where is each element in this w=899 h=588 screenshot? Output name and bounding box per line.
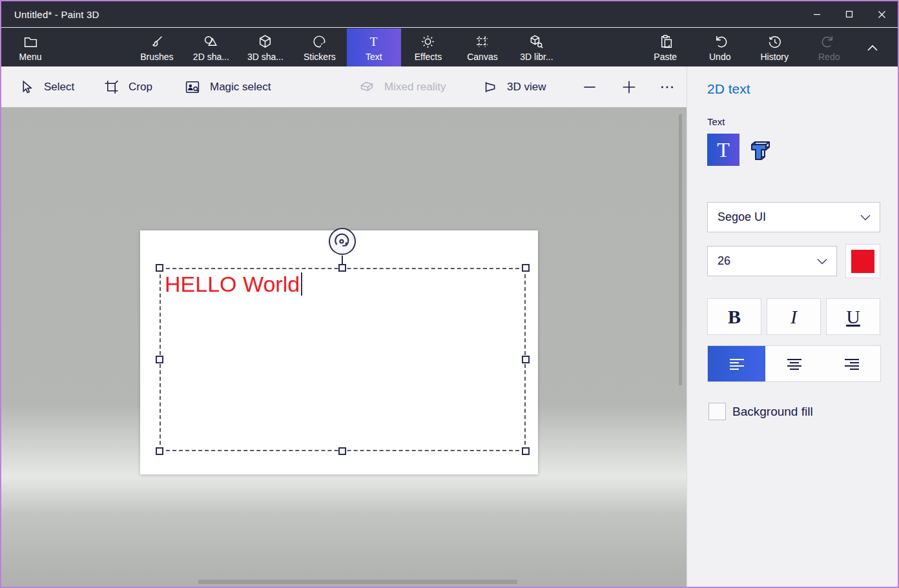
- resize-handle-top-right[interactable]: [522, 264, 530, 272]
- text-section-label: Text: [707, 116, 725, 127]
- maximize-button[interactable]: [833, 1, 865, 27]
- text-selection-box[interactable]: HELLO World: [160, 268, 526, 451]
- chevron-up-icon: [866, 43, 879, 52]
- tab-2d-shapes[interactable]: 2D sha...: [184, 28, 238, 66]
- 3d-text-type-button[interactable]: [747, 137, 774, 163]
- magic-select-icon: [184, 79, 201, 95]
- tab-label: 3D libr...: [520, 52, 553, 62]
- text-caret: [301, 272, 302, 296]
- tab-label: Stickers: [304, 52, 336, 62]
- bold-label: B: [728, 306, 741, 328]
- tab-3d-shapes[interactable]: 3D sha...: [238, 28, 293, 66]
- tool-label: Crop: [129, 81, 152, 94]
- resize-handle-bottom-right[interactable]: [522, 447, 530, 455]
- underline-label: U: [846, 306, 860, 328]
- window-controls: [801, 1, 898, 27]
- action-label: History: [760, 52, 789, 62]
- redo-icon: [821, 34, 837, 50]
- canvas-viewport[interactable]: HELLO World: [1, 108, 687, 587]
- tab-label: Brushes: [140, 52, 173, 62]
- crop-tool[interactable]: Crop: [103, 79, 152, 95]
- zoom-out-button[interactable]: [581, 79, 598, 96]
- paste-button[interactable]: Paste: [638, 28, 693, 66]
- tab-label: Text: [366, 52, 382, 62]
- background-fill-checkbox[interactable]: [708, 403, 726, 420]
- font-size-select[interactable]: 26: [707, 246, 837, 276]
- text-options-panel: 2D text Text T Segoe UI 26 B I U: [687, 66, 898, 587]
- chevron-down-icon: [816, 257, 829, 266]
- tab-effects[interactable]: Effects: [401, 28, 455, 66]
- minimize-icon: [813, 10, 821, 18]
- panel-title: 2D text: [707, 81, 750, 97]
- resize-handle-bottom-center[interactable]: [338, 447, 346, 455]
- font-size-value: 26: [718, 254, 730, 268]
- tab-label: Effects: [415, 52, 442, 62]
- action-label: Paste: [654, 52, 677, 62]
- tool-label: 3D view: [507, 81, 546, 94]
- collapse-ribbon-button[interactable]: [856, 28, 889, 66]
- maximize-icon: [845, 10, 853, 18]
- tab-stickers[interactable]: Stickers: [293, 28, 347, 66]
- history-button[interactable]: History: [747, 28, 802, 66]
- tab-3d-library[interactable]: 3D libr...: [510, 28, 564, 66]
- resize-handle-top-center[interactable]: [338, 264, 346, 272]
- rotation-handle[interactable]: [328, 227, 356, 256]
- edit-toolbar: Select Crop Magic select Mixed reality: [1, 66, 687, 108]
- italic-button[interactable]: I: [767, 298, 821, 335]
- redo-button[interactable]: Redo: [801, 28, 856, 66]
- bold-button[interactable]: B: [707, 298, 761, 335]
- 3d-shapes-icon: [257, 34, 273, 50]
- font-family-select[interactable]: Segoe UI: [707, 202, 880, 232]
- menu-label: Menu: [19, 52, 41, 62]
- horizontal-scrollbar[interactable]: [198, 580, 517, 584]
- tab-label: Canvas: [467, 52, 497, 62]
- vertical-scrollbar[interactable]: [679, 114, 682, 385]
- tab-text[interactable]: T Text: [347, 28, 401, 66]
- undo-button[interactable]: Undo: [692, 28, 747, 66]
- alignment-group: [707, 345, 881, 382]
- paste-icon: [657, 34, 674, 50]
- resize-handle-bottom-left[interactable]: [156, 447, 163, 455]
- ribbon: Menu Brushes 2D sha... 3D sha...: [1, 28, 898, 66]
- background-fill-label: Background fill: [732, 405, 813, 419]
- 3d-library-icon: [528, 34, 544, 50]
- crop-icon: [103, 79, 119, 95]
- ellipsis-icon: [659, 79, 676, 96]
- more-options-button[interactable]: [659, 79, 676, 96]
- tab-brushes[interactable]: Brushes: [130, 28, 184, 66]
- minimize-button[interactable]: [801, 1, 833, 27]
- align-center-button[interactable]: [765, 346, 823, 381]
- 3d-view-icon: [482, 79, 498, 95]
- font-family-value: Segoe UI: [718, 210, 766, 224]
- magic-select-tool[interactable]: Magic select: [184, 79, 271, 95]
- text-icon: T: [366, 34, 382, 50]
- resize-handle-middle-right[interactable]: [522, 356, 530, 363]
- align-right-icon: [843, 357, 861, 371]
- align-right-button[interactable]: [823, 346, 880, 381]
- select-tool[interactable]: Select: [19, 79, 74, 95]
- tab-label: 2D sha...: [193, 52, 229, 62]
- 2d-text-type-button[interactable]: T: [707, 134, 739, 166]
- mixed-reality-tool[interactable]: Mixed reality: [358, 79, 446, 95]
- resize-handle-middle-left[interactable]: [156, 356, 163, 363]
- mixed-reality-icon: [358, 79, 375, 95]
- paint3d-window: Untitled* - Paint 3D Menu: [0, 0, 899, 588]
- tab-canvas[interactable]: Canvas: [455, 28, 510, 66]
- canvas-text[interactable]: HELLO World: [165, 272, 302, 297]
- action-label: Undo: [709, 52, 730, 62]
- align-left-button[interactable]: [708, 346, 765, 381]
- svg-text:T: T: [370, 34, 378, 48]
- zoom-in-button[interactable]: [620, 78, 638, 96]
- resize-handle-top-left[interactable]: [156, 264, 163, 272]
- menu-button[interactable]: Menu: [10, 28, 50, 66]
- effects-icon: [420, 34, 436, 50]
- tool-label: Select: [44, 81, 74, 94]
- underline-button[interactable]: U: [826, 298, 880, 335]
- 3d-view-tool[interactable]: 3D view: [482, 79, 546, 95]
- text-color-button[interactable]: [845, 244, 880, 278]
- rotate-icon: [328, 227, 356, 256]
- close-button[interactable]: [865, 1, 898, 27]
- select-cursor-icon: [19, 79, 35, 95]
- window-title: Untitled* - Paint 3D: [14, 9, 99, 20]
- stickers-icon: [311, 34, 327, 50]
